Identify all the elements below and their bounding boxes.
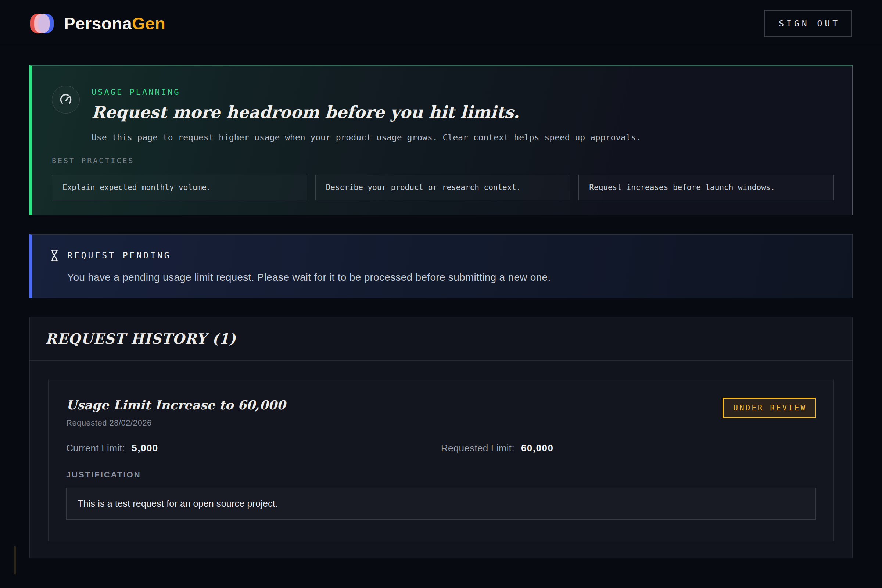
requested-limit-value: 60,000	[521, 442, 554, 454]
requested-limit-label: Requested Limit:	[441, 442, 514, 454]
usage-planning-title: Request more headroom before you hit lim…	[92, 102, 641, 122]
request-card-heading: Usage Limit Increase to 60,000 Requested…	[66, 398, 285, 428]
current-limit: Current Limit: 5,000	[66, 442, 441, 454]
requested-limit: Requested Limit: 60,000	[441, 442, 816, 454]
best-practices-row: Explain expected monthly volume. Describ…	[52, 175, 834, 200]
limits-row: Current Limit: 5,000 Requested Limit: 60…	[66, 442, 816, 454]
request-title: Usage Limit Increase to 60,000	[66, 398, 285, 412]
best-practice-item: Explain expected monthly volume.	[52, 175, 307, 200]
best-practices-label: BEST PRACTICES	[52, 156, 834, 165]
justification-text: This is a test request for an open sourc…	[66, 488, 816, 520]
brand-name: PersonaGen	[64, 14, 165, 33]
usage-planning-text: USAGE PLANNING Request more headroom bef…	[92, 85, 641, 145]
brand-name-primary: Persona	[64, 14, 132, 33]
request-history-body: Usage Limit Increase to 60,000 Requested…	[30, 360, 852, 558]
request-pending-banner: REQUEST PENDING You have a pending usage…	[29, 234, 853, 298]
gauge-icon	[52, 86, 80, 114]
sign-out-button[interactable]: SIGN OUT	[764, 10, 852, 37]
usage-planning-header: USAGE PLANNING Request more headroom bef…	[52, 85, 834, 145]
logo-orb-pink	[34, 14, 50, 33]
hourglass-icon	[49, 249, 60, 262]
request-pending-header: REQUEST PENDING	[49, 249, 834, 262]
request-pending-message: You have a pending usage limit request. …	[67, 272, 834, 284]
current-limit-label: Current Limit:	[66, 442, 125, 454]
justification-label: JUSTIFICATION	[66, 470, 816, 480]
brand-name-secondary: Gen	[132, 14, 165, 33]
usage-planning-panel: USAGE PLANNING Request more headroom bef…	[29, 65, 853, 215]
logo-orbs-icon	[30, 13, 54, 34]
status-badge: UNDER REVIEW	[723, 398, 816, 418]
top-nav: PersonaGen SIGN OUT	[0, 0, 882, 47]
request-history-panel: REQUEST HISTORY (1) Usage Limit Increase…	[29, 317, 853, 558]
request-card: Usage Limit Increase to 60,000 Requested…	[48, 380, 834, 542]
best-practice-item: Describe your product or research contex…	[315, 175, 571, 200]
usage-planning-eyebrow: USAGE PLANNING	[92, 87, 641, 97]
current-limit-value: 5,000	[132, 442, 158, 454]
usage-planning-description: Use this page to request higher usage wh…	[92, 130, 641, 145]
request-history-title: REQUEST HISTORY (1)	[45, 330, 837, 347]
request-history-header: REQUEST HISTORY (1)	[30, 317, 852, 360]
request-pending-title: REQUEST PENDING	[67, 250, 171, 260]
page: PersonaGen SIGN OUT USAGE PLANNING Reque…	[0, 0, 882, 588]
brand-logo: PersonaGen	[30, 13, 165, 34]
request-date: Requested 28/02/2026	[66, 418, 285, 428]
main-content: USAGE PLANNING Request more headroom bef…	[0, 65, 882, 558]
left-edge-tick	[14, 546, 16, 574]
best-practice-item: Request increases before launch windows.	[579, 175, 834, 200]
request-card-header: Usage Limit Increase to 60,000 Requested…	[66, 398, 816, 428]
